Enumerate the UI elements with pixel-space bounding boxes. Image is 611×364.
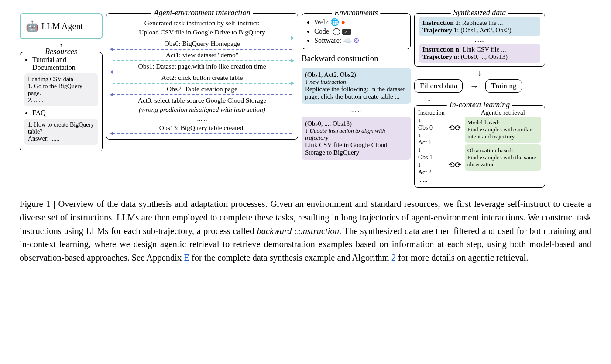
model-based-text: Find examples with similar intent and tr… <box>467 126 539 140</box>
dash-arrow-blue-icon <box>113 49 292 50</box>
obs1: Obs1: Dataset page,with info like creati… <box>113 62 292 70</box>
agent-env-box: Agent-environment interaction Generated … <box>106 13 298 140</box>
airtable-icon: ⊚ <box>354 37 359 44</box>
icl-obs0: Obs 0 <box>418 124 445 131</box>
backward-card-1: (Obs1, Act2, Obs2) ↓ new instruction Rep… <box>302 68 411 104</box>
synth-card-n: Instruction n: Link CSV file ... Traject… <box>419 44 540 63</box>
agent-env-title: Agent-environment interaction <box>151 8 253 17</box>
col-synth: Synthesized data Instruction 1: Replicat… <box>414 13 545 188</box>
environments-title: Environments <box>332 8 380 17</box>
dash-arrow-blue-icon <box>113 72 292 72</box>
dash-arrow-blue-icon <box>113 133 292 134</box>
icl-ellipsis: ...... <box>418 176 445 183</box>
col-backward: Environments Web: 🌐 ● Code: ◯ >_ Softwar… <box>302 13 411 188</box>
icl-box: In-context learning Instruction ↓ Obs 0 … <box>414 105 545 188</box>
backward-ellipsis: ...... <box>302 106 411 114</box>
sync-icon: ⟲⟳ <box>448 123 461 133</box>
arrow-right-icon: → <box>470 81 478 91</box>
obs-based-text: Find examples with the same observation <box>467 154 539 168</box>
resources-box: Resources Tutorial and Documentation Loa… <box>20 52 103 151</box>
faq-question: 1. How to create BigQuery table? <box>28 121 94 135</box>
google-cloud-icon: ☁️ <box>343 37 352 44</box>
robot-icon: 🤖 <box>26 20 39 32</box>
icl-columns: Instruction ↓ Obs 0 ↓ Act 1 ↓ Obs 1 ↓ Ac… <box>418 109 541 184</box>
icl-title: In-context learning <box>447 100 512 110</box>
environments-box: Environments Web: 🌐 ● Code: ◯ >_ Softwar… <box>302 13 411 49</box>
backward-construction-italic: backward construction <box>257 226 339 236</box>
obs2: Obs2: Table creation page <box>113 85 292 93</box>
icl-retrieval-title: Agentic retrieval <box>465 109 541 117</box>
github-icon: ◯ <box>333 27 340 35</box>
obs-based-card: Observation-based: Find examples with th… <box>465 144 541 171</box>
icl-act1: Act 1 <box>418 139 445 146</box>
icl-sync-col: ⟲⟳ ⟲⟳ <box>448 109 461 184</box>
env-web-label: Web: <box>314 18 329 26</box>
env-web: Web: 🌐 ● <box>314 18 406 26</box>
synth-title: Synthesized data <box>451 8 508 17</box>
task-gen-text: Upload CSV file in Google Drive to BigQu… <box>113 28 292 36</box>
act3a: Act3: select table source Google Cloud S… <box>113 96 292 104</box>
synth-card-1: Instruction 1: Replicate the ... Traject… <box>419 17 540 36</box>
dash-arrow-blue-icon <box>113 94 292 95</box>
faq-answer: Answer: ...... <box>28 135 94 142</box>
obs13: Obs13: BigQuery table created. <box>113 124 292 132</box>
appendix-e-link[interactable]: E <box>184 253 189 262</box>
figure-caption: Figure 1 | Overview of the data synthesi… <box>20 197 591 264</box>
resources-item-tutorial: Tutorial and Documentation <box>32 56 98 72</box>
bc1-text: Replicate the following: In the dataset … <box>305 86 407 100</box>
llm-agent-label: LLM Agent <box>41 21 83 31</box>
tutorial-step-2: 2. ...... <box>28 97 94 104</box>
synth-box: Synthesized data Instruction 1: Replicat… <box>414 13 545 67</box>
figure-label: Figure 1 | <box>20 199 58 209</box>
terminal-icon: >_ <box>342 29 351 35</box>
synth-in: Instruction n: Link CSV file ... <box>422 46 537 53</box>
obs0: Obs0: BigQuery Homepage <box>113 40 292 48</box>
icl-retrieval-col: Agentic retrieval Model-based: Find exam… <box>465 109 541 184</box>
resources-subbox-faq: 1. How to create BigQuery table? Answer:… <box>24 119 98 145</box>
icl-act2: Act 2 <box>418 169 445 176</box>
tutorial-step-1: 1. Go to the BigQuery page. <box>28 83 94 97</box>
synth-i1: Instruction 1: Replicate the ... <box>422 19 537 27</box>
env-software: Software: ☁️ ⊚ <box>314 36 406 45</box>
arrow-down-icon: ↓ <box>418 117 445 124</box>
algorithm-2-link[interactable]: 2 <box>391 253 396 262</box>
interaction-ellipsis: ...... <box>113 115 292 123</box>
synth-tn: Trajectory n: (Obs0, ..., Obs13) <box>422 53 537 61</box>
training-pill: Training <box>485 79 522 93</box>
sync-icon: ⟲⟳ <box>448 160 461 170</box>
bc2-update-label: ↓ Update instruction to align with traje… <box>305 127 407 141</box>
act3b: (wrong prediction misaligned with instru… <box>113 106 292 113</box>
arrow-down-icon: ↓ <box>414 69 545 78</box>
env-code-label: Code: <box>314 27 331 35</box>
model-based-card: Model-based: Find examples with similar … <box>465 117 541 143</box>
icl-obs1: Obs 1 <box>418 154 445 161</box>
resources-title: Resources <box>42 47 79 56</box>
filtered-pill: Filtered data <box>414 79 463 93</box>
bc2-text: Link CSV file in Google Cloud Storage to… <box>305 141 407 156</box>
model-based-label: Model-based: <box>467 119 539 126</box>
reddit-icon: ● <box>341 18 345 26</box>
arrow-down-icon: ↓ <box>418 161 445 168</box>
backward-title: Backward construction <box>302 54 411 63</box>
synth-t1: Trajectory 1: (Obs1, Act2, Obs2) <box>422 27 537 34</box>
figure-diagram: 🤖 LLM Agent ↑ Resources Tutorial and Doc… <box>20 13 591 188</box>
bc1-new-label: ↓ new instruction <box>305 79 407 86</box>
synth-ellipsis: ...... <box>419 36 540 44</box>
caption-text-3: for the complete data synthesis example … <box>189 253 391 262</box>
bc2-traj: (Obs0, ..., Obs13) <box>305 120 407 127</box>
arrow-down-icon: ↓ <box>418 147 445 154</box>
tutorial-heading: Loading CSV data <box>28 76 94 83</box>
backward-card-2: (Obs0, ..., Obs13) ↓ Update instruction … <box>302 117 411 160</box>
env-software-label: Software: <box>314 37 341 44</box>
arrow-down-icon: ↓ <box>418 132 445 139</box>
globe-icon: 🌐 <box>330 18 339 26</box>
col-interaction: Agent-environment interaction Generated … <box>106 13 298 188</box>
bc1-traj: (Obs1, Act2, Obs2) <box>305 71 407 79</box>
env-code: Code: ◯ >_ <box>314 27 406 35</box>
resources-item-faq: FAQ <box>32 109 98 117</box>
caption-text-4: for more details on agentic retrieval. <box>396 253 528 262</box>
icl-instruction: Instruction <box>418 110 445 117</box>
dash-arrow-teal-icon <box>113 38 292 38</box>
resources-subbox-tutorial: Loading CSV data 1. Go to the BigQuery p… <box>24 73 98 106</box>
task-gen-label: Generated task instruction by self-instr… <box>113 19 292 27</box>
